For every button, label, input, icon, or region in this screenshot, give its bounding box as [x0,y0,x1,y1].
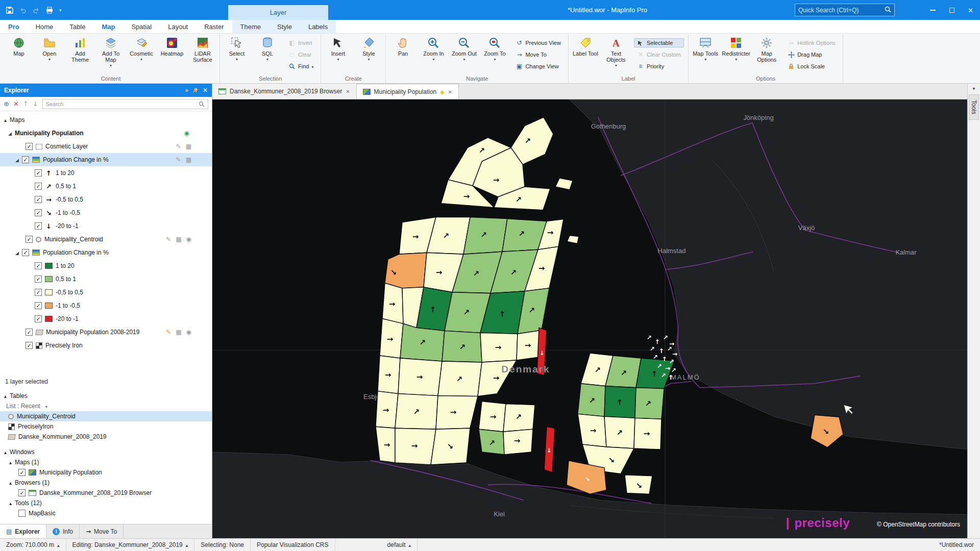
item-checkbox[interactable] [35,315,42,322]
select-button[interactable]: Select [222,34,252,75]
pin-icon[interactable] [192,87,199,93]
layer-row-theme-arrows[interactable]: Population Change in % ✎▦ [0,153,212,166]
maps-section-header[interactable]: Maps [0,113,212,127]
close-button[interactable] [961,0,980,20]
item-checkbox[interactable] [35,169,42,177]
move-up-icon[interactable]: ↑ [23,100,29,108]
move-to-button[interactable]: → Move To [512,50,564,59]
table-row-kommuner[interactable]: Danske_Kommuner_2008_2019 [0,432,212,442]
hotlink-options-button[interactable]: ∞ Hotlink Options [785,38,839,47]
windows-section-header[interactable]: Windows [0,447,212,457]
layer-row-raster[interactable]: Precisely Iron [0,339,212,352]
close-tab-icon[interactable] [448,88,452,95]
customize-qat-caret[interactable] [59,8,62,13]
window-checkbox[interactable] [18,469,26,476]
redo-icon[interactable] [33,7,40,14]
remove-icon[interactable]: ✕ [13,100,19,108]
item-checkbox[interactable] [35,196,42,203]
layer-checkbox[interactable] [26,342,33,349]
search-icon[interactable] [885,6,891,15]
theme-item[interactable]: ↑ 1 to 20 [0,166,212,180]
label-tool-button[interactable]: Label Tool [570,34,601,75]
window-item-mapbasic[interactable]: MapBasic [0,508,212,518]
tab-spatial[interactable]: Spatial [123,20,160,33]
map-globe-mini-icon[interactable]: ◉ [184,130,189,137]
doc-tab-map[interactable]: Municipality Population [357,84,459,99]
drag-map-button[interactable]: Drag Map [785,50,839,59]
theme-range-item[interactable]: -1 to -0,5 [0,299,212,312]
printer-icon[interactable] [46,7,53,14]
theme-item[interactable]: → -0,5 to 0,5 [0,193,212,206]
map-svg[interactable]: Gothenburg Jönköping Växjö Halmstad Kalm… [212,99,967,538]
open-button[interactable]: Open [34,34,65,75]
layer-zoom-icon[interactable]: ▦ [186,156,191,163]
tab-theme[interactable]: Theme [232,20,269,33]
map-button[interactable]: Map [4,34,34,75]
status-zoom[interactable]: Zoom: 710.000 m [0,539,66,551]
edit-pencil-icon[interactable]: ✎ [166,236,171,243]
zoom-out-button[interactable]: Zoom Out [449,34,479,75]
item-checkbox[interactable] [35,302,42,309]
pan-button[interactable]: Pan [387,34,418,75]
status-style[interactable]: default [381,539,418,551]
doc-tab-browser[interactable]: Danske_Kommuner_2008_2019 Browser [212,84,357,99]
add-to-tree-icon[interactable]: ⊕ [4,100,9,108]
table-row-centroid[interactable]: Municipality_Centroid [0,411,212,421]
layer-zoom-icon[interactable]: ▦ [176,329,181,336]
layer-row-centroid[interactable]: Municipality_Centroid ✎▦◉ [0,233,212,246]
layer-checkbox[interactable] [22,249,29,256]
zoom-to-button[interactable]: Zoom To [479,34,510,75]
bottom-tab-move-to[interactable]: → Move To [80,524,124,538]
item-checkbox[interactable] [35,276,42,283]
edit-pencil-icon[interactable]: ✎ [176,143,181,150]
tab-pro[interactable]: Pro [0,20,28,33]
theme-range-item[interactable]: 0,5 to 1 [0,272,212,286]
bottom-tab-info[interactable]: i Info [46,524,80,538]
tab-home[interactable]: Home [28,20,62,33]
previous-view-button[interactable]: ↺ Previous View [512,38,564,47]
bottom-tab-explorer[interactable]: ▤ Explorer [0,524,46,538]
map-canvas[interactable]: Gothenburg Jönköping Växjö Halmstad Kalm… [212,99,967,538]
layer-checkbox[interactable] [26,236,33,243]
item-checkbox[interactable] [35,222,42,230]
maximize-button[interactable] [942,0,961,20]
window-checkbox[interactable] [18,489,26,496]
layer-zoom-icon[interactable]: ▦ [186,143,191,150]
layer-row-theme-ranges[interactable]: Population Change in % [0,246,212,259]
lock-scale-button[interactable]: Lock Scale [785,62,839,71]
tab-labels[interactable]: Labels [300,20,336,33]
map-node[interactable]: Municipality Population ◉ [0,127,212,140]
theme-range-item[interactable]: -0,5 to 0,5 [0,286,212,299]
theme-range-item[interactable]: -20 to -1 [0,312,212,325]
tab-style[interactable]: Style [269,20,300,33]
tab-layout[interactable]: Layout [160,20,196,33]
item-checkbox[interactable] [35,209,42,216]
theme-item[interactable]: ↘ -1 to -0,5 [0,206,212,219]
window-item-browser[interactable]: Danske_Kommuner_2008_2019 Browser [0,488,212,498]
editable-pencil-icon[interactable]: ✎ [166,329,171,336]
move-down-icon[interactable]: ↓ [33,100,38,108]
windows-browsers-group[interactable]: Browsers (1) [0,478,212,488]
change-view-button[interactable]: ▣ Change View [512,62,564,71]
edit-pencil-icon[interactable]: ✎ [176,156,181,163]
redistricter-button[interactable]: Redistricter [721,34,751,75]
table-row-preciselyiron[interactable]: PreciselyIron [0,421,212,432]
quick-search[interactable] [795,4,895,16]
find-button[interactable]: Find [285,62,316,71]
quick-search-input[interactable] [798,7,885,14]
clear-custom-button[interactable]: ✕ Clear Custom [634,50,684,59]
layer-style-icon[interactable]: ◉ [186,236,191,243]
add-to-map-button[interactable]: Add To Map [95,34,126,75]
style-button[interactable]: Style [353,34,384,75]
layer-zoom-icon[interactable]: ▦ [176,236,181,243]
layer-checkbox[interactable] [26,143,33,150]
lidar-surface-button[interactable]: LiDAR Surface [187,34,218,75]
explorer-search[interactable] [42,99,208,109]
priority-button[interactable]: ≡ Priority [634,62,684,71]
invert-selection-button[interactable]: ◧ Invert [285,38,316,47]
windows-tools-group[interactable]: Tools (12) [0,498,212,508]
undo-icon[interactable] [19,7,27,14]
layer-row-base[interactable]: Municipality Population 2008-2019 ✎▦◉ [0,325,212,339]
text-objects-button[interactable]: A Text Objects [601,34,631,75]
layer-checkbox[interactable] [26,329,33,336]
